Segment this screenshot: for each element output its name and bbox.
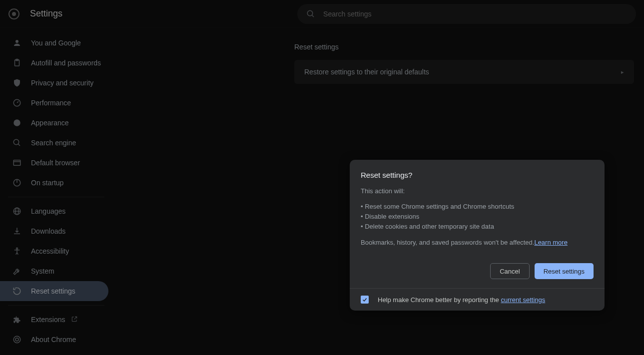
dialog-bullet: • Disable extensions bbox=[361, 212, 594, 222]
learn-more-link[interactable]: Learn more bbox=[534, 239, 567, 246]
search-input[interactable] bbox=[323, 10, 627, 18]
current-settings-link[interactable]: current settings bbox=[501, 296, 545, 304]
svg-point-4 bbox=[15, 40, 18, 43]
dialog-bullet: • Delete cookies and other temporary sit… bbox=[361, 222, 594, 232]
extension-icon bbox=[12, 315, 22, 325]
chrome-icon bbox=[12, 335, 22, 345]
sidebar-item-privacy[interactable]: Privacy and security bbox=[0, 73, 114, 93]
palette-icon bbox=[12, 118, 22, 128]
svg-point-19 bbox=[13, 336, 20, 343]
dialog-bullet: • Reset some Chrome settings and Chrome … bbox=[361, 202, 594, 212]
search-icon bbox=[306, 9, 315, 18]
nav-label: You and Google bbox=[31, 39, 81, 47]
nav-label: System bbox=[31, 267, 54, 275]
sidebar-item-appearance[interactable]: Appearance bbox=[0, 113, 114, 133]
sidebar-item-default-browser[interactable]: Default browser bbox=[0, 153, 114, 173]
sidebar-item-about-chrome[interactable]: About Chrome bbox=[0, 330, 114, 350]
nav-label: Accessibility bbox=[31, 247, 69, 255]
svg-rect-11 bbox=[13, 160, 20, 166]
nav-label: About Chrome bbox=[31, 336, 76, 344]
help-text: Help make Chrome better by reporting the… bbox=[378, 296, 545, 304]
report-checkbox[interactable] bbox=[361, 296, 369, 304]
nav-label: Reset settings bbox=[31, 287, 75, 295]
dialog-footnote: Bookmarks, history, and saved passwords … bbox=[361, 239, 594, 246]
wrench-icon bbox=[12, 266, 22, 276]
chrome-logo-icon bbox=[8, 8, 20, 20]
globe-icon bbox=[12, 206, 22, 216]
svg-point-8 bbox=[13, 119, 20, 126]
download-icon bbox=[12, 226, 22, 236]
sidebar-item-autofill[interactable]: Autofill and passwords bbox=[0, 53, 114, 73]
nav-label: Performance bbox=[31, 99, 71, 107]
clipboard-icon bbox=[12, 58, 22, 68]
svg-point-9 bbox=[13, 139, 19, 145]
svg-point-1 bbox=[12, 12, 16, 16]
reset-settings-button[interactable]: Reset settings bbox=[535, 263, 594, 279]
nav-label: Autofill and passwords bbox=[31, 59, 101, 67]
sidebar-item-performance[interactable]: Performance bbox=[0, 93, 114, 113]
check-icon bbox=[362, 297, 368, 303]
restore-defaults-row[interactable]: Restore settings to their original defau… bbox=[294, 60, 634, 84]
restore-label: Restore settings to their original defau… bbox=[304, 68, 429, 76]
sidebar-item-you-and-google[interactable]: You and Google bbox=[0, 33, 114, 53]
nav-label: Search engine bbox=[31, 139, 76, 147]
section-title: Reset settings bbox=[294, 43, 634, 51]
browser-icon bbox=[12, 158, 22, 168]
svg-point-20 bbox=[15, 338, 18, 341]
nav-label: On startup bbox=[31, 179, 63, 187]
reset-settings-dialog: Reset settings? This action will: • Rese… bbox=[350, 160, 605, 311]
sidebar-nav: You and Google Autofill and passwords Pr… bbox=[0, 28, 114, 355]
nav-label: Languages bbox=[31, 207, 65, 215]
svg-line-10 bbox=[18, 144, 20, 146]
sidebar-item-languages[interactable]: Languages bbox=[0, 201, 114, 221]
external-link-icon bbox=[71, 316, 78, 324]
sidebar-item-reset-settings[interactable]: Reset settings bbox=[0, 281, 108, 301]
nav-label: Appearance bbox=[31, 119, 69, 127]
sidebar-item-on-startup[interactable]: On startup bbox=[0, 173, 114, 193]
search-icon bbox=[12, 138, 22, 148]
nav-divider bbox=[8, 305, 104, 306]
sidebar-item-system[interactable]: System bbox=[0, 261, 114, 281]
sidebar-item-search-engine[interactable]: Search engine bbox=[0, 133, 114, 153]
chevron-right-icon: ▸ bbox=[621, 69, 624, 75]
svg-point-18 bbox=[16, 248, 18, 249]
shield-icon bbox=[12, 78, 22, 88]
search-settings-box[interactable] bbox=[297, 4, 636, 24]
page-title: Settings bbox=[30, 8, 62, 19]
nav-label: Default browser bbox=[31, 159, 80, 167]
accessibility-icon bbox=[12, 246, 22, 256]
restore-icon bbox=[12, 286, 22, 296]
person-icon bbox=[12, 38, 22, 48]
sidebar-item-downloads[interactable]: Downloads bbox=[0, 221, 114, 241]
nav-label: Downloads bbox=[31, 227, 65, 235]
speedometer-icon bbox=[12, 98, 22, 108]
dialog-title: Reset settings? bbox=[361, 171, 594, 179]
nav-label: Privacy and security bbox=[31, 79, 93, 87]
svg-point-2 bbox=[307, 10, 313, 16]
dialog-intro: This action will: bbox=[361, 187, 594, 195]
nav-divider bbox=[8, 197, 104, 197]
app-header: Settings bbox=[0, 0, 644, 28]
cancel-button[interactable]: Cancel bbox=[490, 263, 529, 279]
sidebar-item-extensions[interactable]: Extensions bbox=[0, 310, 114, 330]
power-icon bbox=[12, 178, 22, 188]
sidebar-item-accessibility[interactable]: Accessibility bbox=[0, 241, 114, 261]
nav-label: Extensions bbox=[31, 316, 65, 324]
svg-line-3 bbox=[312, 15, 314, 17]
